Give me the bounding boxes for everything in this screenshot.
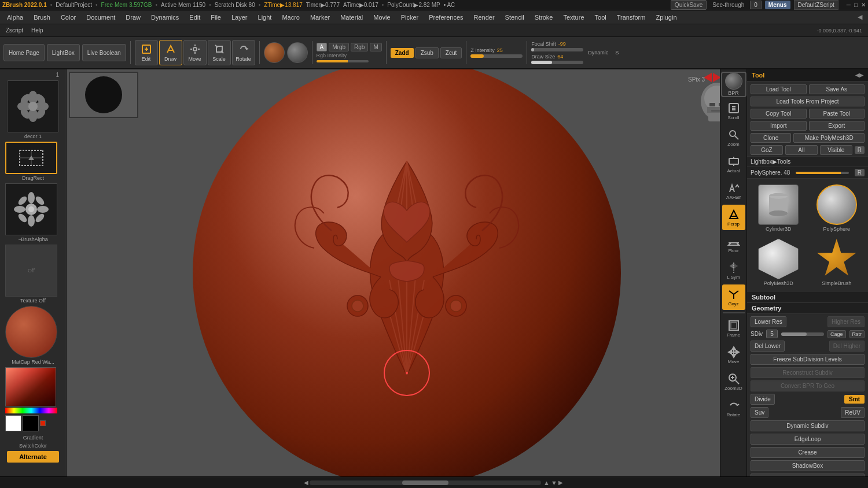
goz-btn[interactable]: GoZ xyxy=(751,145,783,155)
menu-macro[interactable]: Macro xyxy=(277,13,304,22)
aahalf-btn[interactable]: AAHalf xyxy=(722,178,745,204)
lightbox-tools-label[interactable]: Lightbox▶Tools xyxy=(751,158,790,165)
zsub-btn[interactable]: Zsub xyxy=(415,47,439,58)
rstr-btn[interactable]: Rstr xyxy=(849,330,865,338)
swatch-white[interactable] xyxy=(5,415,21,431)
window-close[interactable]: ✕ xyxy=(861,2,866,8)
crease-btn[interactable]: Crease xyxy=(751,447,865,458)
h-scrollbar[interactable] xyxy=(310,480,541,485)
swatch-black[interactable] xyxy=(23,415,39,431)
menu-document[interactable]: Document xyxy=(82,13,120,22)
scroll-right-btn[interactable]: ▶ xyxy=(558,479,564,486)
load-tool-btn[interactable]: Load Tool xyxy=(751,84,807,94)
menu-movie[interactable]: Movie xyxy=(369,13,395,22)
floor-btn[interactable]: Floor xyxy=(722,231,745,257)
freeze-subdiv-btn[interactable]: Freeze SubDivision Levels xyxy=(751,354,865,365)
lsym-btn[interactable]: L Sym xyxy=(722,258,745,283)
menu-picker[interactable]: Picker xyxy=(396,13,424,22)
h-scroll-thumb[interactable] xyxy=(402,480,448,485)
brush-item-alpha[interactable]: ~BrushAlpha xyxy=(5,183,61,242)
move-btn[interactable]: Move xyxy=(183,40,207,65)
cage-btn[interactable]: Cage xyxy=(827,330,846,338)
zadd-btn[interactable]: Zadd xyxy=(391,48,414,58)
menu-zplugin[interactable]: Zplugin xyxy=(651,13,681,22)
menu-dynamics[interactable]: Dynamics xyxy=(146,13,183,22)
reconstruct-subdiv-btn[interactable]: Reconstruct Subdiv xyxy=(751,367,865,378)
draw-btn[interactable]: Draw xyxy=(159,40,182,65)
menu-light[interactable]: Light xyxy=(253,13,277,22)
rotate3d-btn[interactable]: Rotate xyxy=(722,395,745,421)
hue-bar[interactable] xyxy=(5,408,57,413)
quicksave-btn[interactable]: QuickSave xyxy=(671,0,707,10)
menu-render[interactable]: Render xyxy=(469,13,499,22)
menu-draw[interactable]: Draw xyxy=(121,13,145,22)
export-btn[interactable]: Export xyxy=(809,121,865,131)
frame-btn[interactable]: Frame xyxy=(722,316,745,341)
tool-polymesh3d[interactable]: PolyMesh3D xyxy=(751,236,807,289)
menu-preferences[interactable]: Preferences xyxy=(424,13,468,22)
r-badge-2[interactable]: R xyxy=(855,169,865,176)
menu-brush[interactable]: Brush xyxy=(29,13,55,22)
convert-bpr-btn[interactable]: Convert BPR To Geo xyxy=(751,380,865,391)
zcut-btn[interactable]: Zcut xyxy=(440,47,462,58)
menu-stroke[interactable]: Stroke xyxy=(530,13,558,22)
nav-down-icon[interactable]: ▼ xyxy=(551,479,557,486)
r-badge[interactable]: R xyxy=(855,146,865,154)
texture-off-item[interactable]: Off Texture Off xyxy=(5,245,61,304)
zoom3d-btn[interactable]: Zoom3D xyxy=(722,369,745,394)
window-maximize[interactable]: □ xyxy=(854,2,858,8)
gxyz-btn[interactable]: Gxyz xyxy=(722,284,745,310)
rgb-btn[interactable]: Rgb xyxy=(351,43,368,51)
edgeloop-btn[interactable]: EdgeLoop xyxy=(751,434,865,445)
menu-alpha[interactable]: Alpha xyxy=(2,13,28,22)
home-page-btn[interactable]: Home Page xyxy=(3,44,45,61)
paste-tool-btn[interactable]: Paste Tool xyxy=(809,109,865,119)
lower-res-btn[interactable]: Lower Res xyxy=(751,316,786,327)
higher-res-btn[interactable]: Higher Res xyxy=(827,316,865,327)
menu-transform[interactable]: Transform xyxy=(612,13,650,22)
a-btn[interactable]: A xyxy=(317,43,328,51)
menu-tool[interactable]: Tool xyxy=(590,13,611,22)
matcap-item[interactable]: MatCap Red Wa... xyxy=(5,306,61,365)
see-through-val[interactable]: 0 xyxy=(750,1,762,9)
del-lower-btn[interactable]: Del Lower xyxy=(751,341,785,352)
menu-edit[interactable]: Edit xyxy=(185,13,205,22)
material-preview[interactable] xyxy=(287,42,308,63)
m-btn[interactable]: M xyxy=(370,43,381,51)
persp-btn[interactable]: Persp xyxy=(722,205,745,230)
import-btn[interactable]: Import xyxy=(751,121,807,131)
visible-btn[interactable]: Visible xyxy=(820,145,852,155)
actual-btn[interactable]: Actual xyxy=(722,151,745,177)
menu-color[interactable]: Color xyxy=(56,13,80,22)
matcap-sphere-btn[interactable] xyxy=(264,42,285,63)
canvas-area[interactable]: SPix 3 xyxy=(67,69,746,476)
z-intensity-slider[interactable] xyxy=(470,54,523,58)
make-polymesh-btn[interactable]: Make PolyMesh3D xyxy=(793,133,865,143)
sdiv-value[interactable]: 5 xyxy=(766,330,778,338)
del-higher-btn[interactable]: Del Higher xyxy=(829,341,865,352)
divide-btn[interactable]: Divide xyxy=(751,394,775,405)
focal-slider[interactable] xyxy=(531,48,583,51)
shadowbox-btn[interactable]: ShadowBox xyxy=(751,460,865,471)
geometry-section[interactable]: Geometry xyxy=(747,303,868,314)
rgb-intensity-slider[interactable] xyxy=(317,60,369,62)
swatch-small-1[interactable] xyxy=(40,420,46,426)
menu-texture[interactable]: Texture xyxy=(558,13,589,22)
menu-zscript[interactable]: Zscript xyxy=(2,26,27,35)
alternate-btn[interactable]: Alternate xyxy=(7,451,59,463)
zoom-btn[interactable]: Zoom xyxy=(722,125,745,150)
subtool-section[interactable]: Subtool xyxy=(747,292,868,303)
rotate-btn[interactable]: Rotate xyxy=(232,40,255,65)
color-gradient[interactable] xyxy=(5,367,56,406)
dynamic-subdiv-btn[interactable]: Dynamic Subdiv xyxy=(751,420,865,431)
menu-marker[interactable]: Marker xyxy=(306,13,334,22)
bpr-btn[interactable]: BPR xyxy=(721,72,746,97)
nav-up-icon[interactable]: ▲ xyxy=(543,479,550,486)
save-as-btn[interactable]: Save As xyxy=(809,84,865,94)
clone-btn[interactable]: Clone xyxy=(751,133,791,143)
scroll-left-btn[interactable]: ◀ xyxy=(304,479,310,486)
collapse-panel-btn[interactable]: ◀ xyxy=(854,12,866,22)
draw-size-slider[interactable] xyxy=(531,61,583,64)
suv-btn[interactable]: Suv xyxy=(751,407,768,418)
tool-panel-header[interactable]: Tool ◀▶ xyxy=(747,69,868,82)
